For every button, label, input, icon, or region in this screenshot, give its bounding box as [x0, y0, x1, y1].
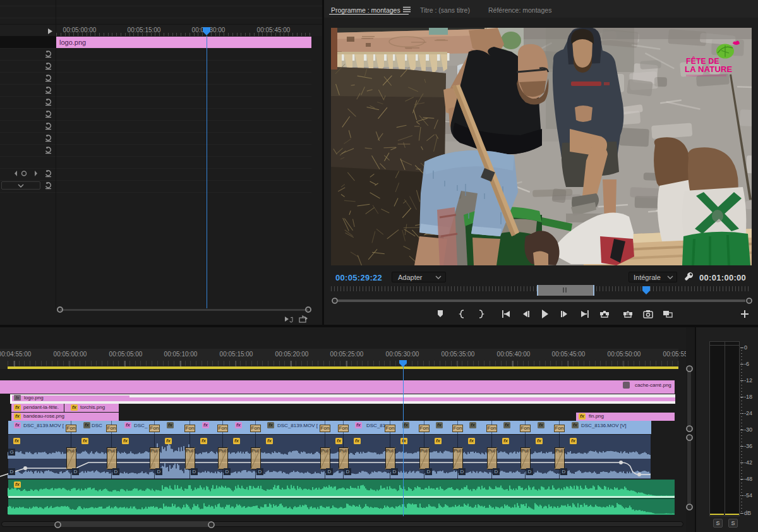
svg-text:LA NATURE: LA NATURE [685, 64, 733, 74]
